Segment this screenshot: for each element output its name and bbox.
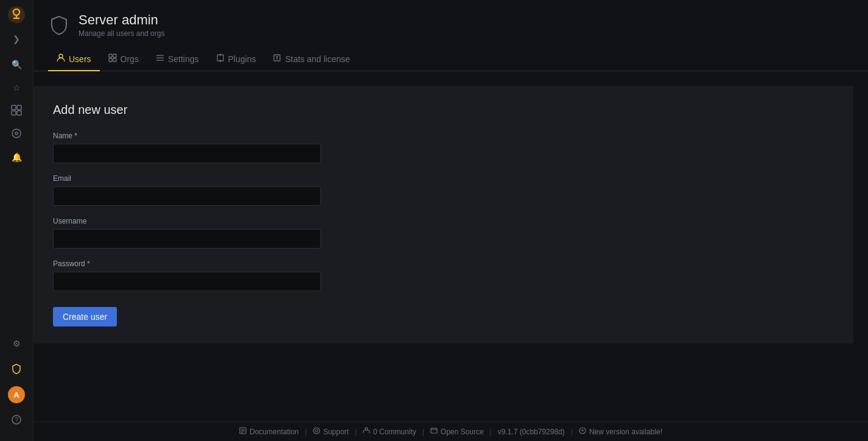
username-input[interactable] (53, 229, 321, 249)
chevron-right-icon: ❯ (13, 34, 20, 44)
tab-settings-label: Settings (168, 54, 199, 64)
support-icon (313, 427, 320, 436)
sidebar-bottom: ⚙ A ? (5, 333, 27, 436)
page-header: Server admin Manage all users and orgs (33, 0, 868, 38)
email-input[interactable] (53, 186, 321, 206)
tabs-bar: Users Orgs Settings (33, 48, 868, 71)
grafana-logo[interactable] (7, 5, 26, 24)
svg-rect-13 (109, 54, 112, 57)
username-label: Username (53, 217, 834, 225)
bell-icon: 🔔 (12, 152, 22, 162)
explore-icon (11, 128, 22, 141)
svg-rect-32 (431, 428, 437, 433)
password-input[interactable] (53, 272, 321, 291)
sidebar-toggle[interactable]: ❯ (7, 29, 26, 49)
svg-point-8 (12, 129, 21, 138)
create-user-button[interactable]: Create user (53, 307, 117, 326)
username-group: Username (53, 217, 834, 249)
tab-plugins-label: Plugins (228, 54, 256, 64)
footer-support-label: Support (323, 428, 349, 436)
password-group: Password * (53, 259, 834, 291)
content-wrapper: Add new user Name * Email Username Passw… (33, 71, 868, 422)
svg-rect-5 (17, 105, 21, 110)
sidebar-item-alerting[interactable]: 🔔 (5, 146, 27, 168)
footer-opensource-label: Open Source (441, 428, 484, 436)
svg-point-9 (15, 132, 18, 135)
svg-rect-15 (109, 58, 112, 62)
tab-users[interactable]: Users (48, 48, 100, 71)
password-label: Password * (53, 259, 834, 268)
name-input[interactable] (53, 144, 321, 163)
sidebar-item-avatar[interactable]: A (5, 384, 27, 406)
tab-orgs[interactable]: Orgs (100, 48, 147, 71)
svg-point-29 (313, 428, 320, 434)
footer-docs[interactable]: Documentation (233, 427, 305, 436)
sidebar-item-dashboards[interactable] (5, 100, 27, 122)
stats-icon (273, 54, 281, 64)
email-group: Email (53, 174, 834, 206)
sidebar-item-search[interactable]: 🔍 (5, 54, 27, 76)
settings-icon (156, 54, 164, 64)
footer-version: v9.1.7 (0cbb79298d) (492, 428, 571, 436)
user-icon (57, 54, 65, 64)
sidebar-item-starred[interactable]: ☆ (5, 77, 27, 99)
svg-rect-16 (113, 58, 116, 62)
svg-point-12 (59, 54, 63, 58)
name-group: Name * (53, 132, 834, 163)
dashboard-icon (11, 105, 22, 118)
sidebar-item-help[interactable]: ? (5, 409, 27, 431)
sidebar-item-settings[interactable]: ⚙ (5, 333, 27, 355)
tab-stats-label: Stats and license (285, 54, 350, 64)
star-icon: ☆ (13, 83, 21, 93)
footer-docs-label: Documentation (250, 428, 299, 436)
sidebar: ❯ 🔍 ☆ (0, 0, 33, 441)
svg-text:?: ? (15, 417, 18, 423)
sidebar-item-explore[interactable] (5, 123, 27, 145)
opensource-icon (430, 427, 438, 436)
svg-rect-4 (12, 105, 16, 110)
footer-version-label: v9.1.7 (0cbb79298d) (498, 428, 565, 436)
shield-icon (11, 363, 22, 376)
gear-icon: ⚙ (13, 339, 21, 348)
docs-icon (239, 427, 247, 436)
footer-opensource[interactable]: Open Source (424, 427, 490, 436)
svg-rect-14 (113, 54, 116, 57)
tab-settings[interactable]: Settings (147, 48, 208, 71)
footer-community[interactable]: 0 Community (357, 427, 422, 436)
server-admin-icon (48, 14, 70, 36)
svg-point-31 (365, 428, 368, 430)
name-label: Name * (53, 132, 834, 140)
footer-community-label: 0 Community (373, 428, 416, 436)
email-label: Email (53, 174, 834, 183)
search-icon: 🔍 (12, 60, 22, 69)
page-subtitle: Manage all users and orgs (79, 29, 164, 38)
plugins-icon (216, 54, 225, 64)
tab-plugins[interactable]: Plugins (208, 48, 265, 71)
form-title: Add new user (53, 103, 834, 117)
sidebar-nav: 🔍 ☆ 🔔 (5, 54, 27, 333)
orgs-icon (108, 54, 117, 64)
footer-support[interactable]: Support (307, 427, 355, 436)
page-title: Server admin (79, 12, 164, 28)
header-text: Server admin Manage all users and orgs (79, 12, 164, 38)
tab-stats[interactable]: Stats and license (264, 48, 359, 71)
add-user-panel: Add new user Name * Email Username Passw… (33, 86, 853, 344)
upgrade-icon (579, 427, 586, 436)
avatar: A (8, 386, 25, 403)
footer: Documentation | Support | 0 Community | (33, 422, 868, 441)
svg-rect-7 (17, 111, 21, 115)
tab-orgs-label: Orgs (121, 54, 139, 64)
sidebar-item-shield[interactable] (5, 358, 27, 380)
footer-newversion[interactable]: New version available! (573, 427, 668, 436)
svg-rect-6 (12, 111, 16, 115)
svg-point-30 (315, 429, 318, 432)
tab-users-label: Users (69, 54, 91, 64)
help-icon: ? (11, 414, 22, 427)
footer-newversion-label: New version available! (589, 428, 662, 436)
main-content: Server admin Manage all users and orgs U… (33, 0, 868, 441)
community-icon (363, 427, 370, 436)
